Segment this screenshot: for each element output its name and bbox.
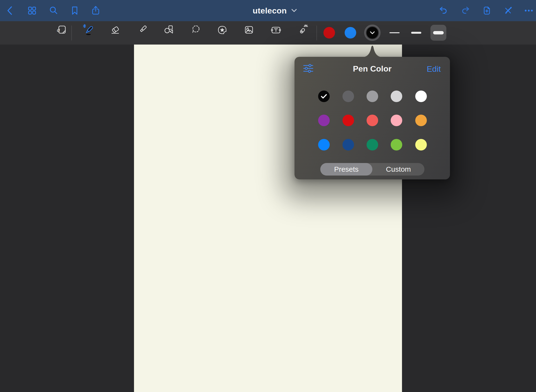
eraser-tool[interactable] [109,24,121,36]
medium-line [411,32,421,34]
edit-colors-link[interactable]: Edit [427,64,441,74]
redo-icon[interactable] [460,5,470,16]
swatch-white[interactable] [415,91,427,102]
thickness-thick-button-selected[interactable] [430,25,446,41]
search-icon[interactable] [48,5,59,16]
thickness-medium-button[interactable] [410,27,422,39]
top-navigation-bar: utelecon [0,0,536,21]
text-tool[interactable] [270,24,282,36]
pen-tool[interactable] [82,24,94,36]
shapes-tool[interactable] [163,24,174,36]
swatch-black[interactable] [318,91,330,102]
pen-color-popover: Pen Color Edit Presets Custom [295,57,450,179]
toolbar-divider [71,26,72,40]
swatch-light-gray[interactable] [391,91,402,102]
svg-text:a: a [57,26,60,33]
thickness-thin-button[interactable] [389,27,400,39]
document-title-group[interactable]: utelecon [253,0,297,21]
toolbar-color-black-selected[interactable] [364,25,381,41]
swatch-blue[interactable] [318,139,330,150]
tab-presets[interactable]: Presets [320,163,372,176]
toolbar-color-red[interactable] [323,27,335,39]
elements-tool[interactable] [216,24,228,36]
more-ellipsis-icon[interactable] [523,5,534,16]
swatch-red[interactable] [342,115,354,126]
popover-header: Pen Color Edit [295,57,450,80]
popover-arrow [364,45,381,57]
share-icon[interactable] [90,5,101,16]
tab-custom[interactable]: Custom [372,163,424,176]
swatch-dark-gray[interactable] [342,91,354,102]
color-mode-segmented-control: Presets Custom [320,163,424,176]
swatch-green[interactable] [391,139,402,150]
toolbar-divider [316,26,317,40]
selected-check-icon [321,94,327,99]
readonly-pen-icon[interactable] [503,5,513,16]
zoom-window-tool[interactable]: a [56,24,67,36]
highlighter-tool[interactable] [136,24,148,36]
undo-icon[interactable] [439,5,449,16]
swatch-purple[interactable] [318,115,330,126]
swatch-gray[interactable] [367,91,378,102]
add-page-icon[interactable] [482,5,492,16]
swatch-pink[interactable] [391,115,402,126]
laser-pointer-tool[interactable] [297,24,308,36]
thumbnails-grid-icon[interactable] [27,5,37,16]
bookmark-icon[interactable] [69,5,80,16]
back-icon[interactable] [5,5,16,16]
chevron-down-icon [370,31,375,34]
swatch-navy[interactable] [342,139,354,150]
thin-line [389,32,400,33]
chevron-down-icon [292,9,297,12]
swatch-pale-yellow[interactable] [415,139,427,150]
swatch-coral[interactable] [367,115,378,126]
document-title: utelecon [253,6,287,15]
toolbar-color-blue[interactable] [345,27,356,39]
lasso-tool[interactable] [190,24,201,36]
thick-line [433,31,444,34]
tool-bar: a [0,21,536,45]
image-tool[interactable] [243,24,255,36]
swatch-orange[interactable] [415,115,427,126]
swatch-teal-green[interactable] [367,139,378,150]
